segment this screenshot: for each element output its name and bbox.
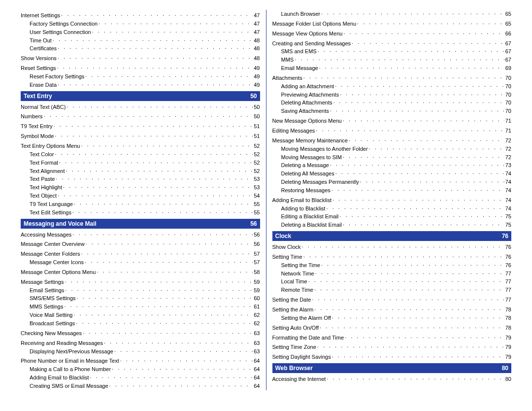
toc-entry[interactable]: Show Versions 48 — [21, 54, 260, 63]
toc-entry[interactable]: Message Center Icons 57 — [21, 258, 260, 267]
toc-page-number: 78 — [505, 324, 511, 332]
section-page: 76 — [502, 233, 508, 240]
toc-label: Broadcast Settings — [30, 320, 75, 327]
toc-entry[interactable]: Normal Text (ABC) 50 — [21, 103, 260, 111]
toc-leader-dots — [335, 81, 504, 89]
toc-label: Setting the Time — [281, 262, 321, 269]
toc-label: Setting the Date — [272, 296, 311, 304]
toc-page-number: 74 — [505, 170, 511, 177]
toc-entry[interactable]: Message Center Options Menu 58 — [21, 268, 260, 276]
section-header[interactable]: Web Browser80 — [272, 363, 512, 373]
toc-label: Text Alignment — [30, 168, 65, 175]
toc-leader-dots — [332, 185, 504, 193]
toc-page-number: 47 — [254, 29, 260, 36]
toc-entry[interactable]: Setting Daylight Savings 79 — [272, 353, 512, 361]
toc-entry[interactable]: Message View Options Menu 66 — [272, 30, 512, 38]
toc-label: Creating and Sending Messages — [272, 40, 351, 47]
toc-entry[interactable]: Erase Data 49 — [21, 81, 260, 89]
toc-entry[interactable]: Certificates 48 — [21, 44, 260, 53]
toc-page-number: 60 — [254, 295, 260, 302]
section-header[interactable]: Messaging and Voice Mail56 — [21, 219, 260, 229]
toc-page-number: 72 — [505, 154, 511, 161]
toc-label: Local Time — [281, 278, 307, 285]
toc-label: Reset Settings — [21, 65, 56, 72]
toc-entry[interactable]: Broadcast Settings 62 — [21, 319, 260, 328]
toc-entry[interactable]: Editing Messages 71 — [272, 127, 512, 135]
toc-page-number: 72 — [505, 137, 511, 144]
toc-leader-dots — [369, 144, 504, 151]
toc-entry[interactable]: Numbers 50 — [21, 112, 260, 121]
toc-label: Adding Email to Blacklist — [272, 197, 332, 204]
toc-entry[interactable]: Saving Attachments 70 — [272, 107, 512, 115]
toc-entry[interactable]: Deleting a Blacklist Email 75 — [272, 221, 512, 229]
toc-entry[interactable]: Creating SMS or Email Message 64 — [21, 382, 260, 390]
toc-page-number: 70 — [505, 107, 511, 115]
toc-entry[interactable]: Text Edit Settings 55 — [21, 208, 260, 217]
toc-page-number: 64 — [254, 374, 260, 381]
toc-entry[interactable]: Show Clock 76 — [272, 243, 512, 251]
section-header[interactable]: Text Entry50 — [21, 91, 260, 101]
toc-page-number: 77 — [505, 296, 511, 304]
toc-leader-dots — [317, 342, 504, 349]
toc-page-number: 70 — [505, 74, 511, 82]
toc-entry[interactable]: Setting the Alarm Off 78 — [272, 314, 512, 322]
toc-entry[interactable]: Displaying Next/Previous Message 63 — [21, 347, 260, 356]
toc-page-number: 48 — [254, 55, 260, 62]
toc-page-number: 67 — [505, 40, 511, 47]
toc-entry[interactable]: Email Message 69 — [272, 64, 512, 72]
toc-column-right: Launch Browser 65Message Folder List Opt… — [266, 10, 518, 390]
toc-entry[interactable]: Setting the Date 77 — [272, 296, 512, 304]
toc-leader-dots — [343, 152, 504, 160]
toc-page-number: 77 — [505, 270, 511, 277]
toc-leader-dots — [327, 374, 504, 381]
toc-page-number: 49 — [254, 65, 260, 72]
toc-entry[interactable]: Remote Time 77 — [272, 286, 512, 294]
toc-leader-dots — [76, 318, 253, 326]
toc-leader-dots — [61, 10, 253, 18]
toc-label: Factory Settings Connection — [30, 20, 98, 28]
toc-entry[interactable]: Setting Time Zone 79 — [272, 343, 512, 351]
toc-leader-dots — [56, 174, 253, 181]
section-header[interactable]: Clock76 — [272, 231, 512, 241]
toc-page-number: 52 — [254, 168, 260, 175]
toc-leader-dots — [58, 191, 253, 198]
toc-page-number: 51 — [254, 123, 260, 130]
toc-entry[interactable]: Accessing Messages 56 — [21, 231, 260, 239]
toc-entry[interactable]: Launch Browser 65 — [272, 10, 512, 18]
toc-entry[interactable]: New Message Options Menu 71 — [272, 117, 512, 125]
toc-label: T9 Text Entry — [21, 123, 53, 130]
toc-label: Text Entry Options Menu — [21, 142, 80, 150]
toc-label: Message Memory Maintenance — [272, 137, 348, 144]
toc-label: Certificates — [30, 45, 57, 52]
toc-page-number: 80 — [505, 376, 511, 383]
toc-label: Setting the Alarm — [272, 306, 314, 313]
toc-entry[interactable]: Restoring Messages 74 — [272, 186, 512, 195]
toc-entry[interactable]: Accessing the Internet 80 — [272, 375, 512, 383]
toc-entry[interactable]: Message Folder List Options Menu 65 — [272, 20, 512, 28]
toc-entry[interactable]: Formatting the Date and Time 79 — [272, 334, 512, 342]
toc-leader-dots — [352, 38, 504, 46]
toc-leader-dots — [58, 53, 253, 61]
toc-leader-dots — [332, 352, 504, 359]
toc-leader-dots — [330, 106, 504, 113]
toc-label: Setting Time — [272, 253, 302, 261]
toc-entry[interactable]: Setting Auto On/Off 78 — [272, 324, 512, 332]
toc-leader-dots — [112, 364, 253, 372]
toc-leader-dots — [340, 90, 504, 97]
toc-leader-dots — [316, 126, 504, 133]
toc-entry[interactable]: Message Center Overview 56 — [21, 240, 260, 248]
toc-leader-dots — [74, 199, 253, 206]
toc-entry[interactable]: Symbol Mode 51 — [21, 132, 260, 140]
toc-page-number: 59 — [254, 278, 260, 286]
toc-page-number: 49 — [254, 73, 260, 80]
toc-label: Accessing Messages — [21, 231, 71, 239]
toc-label: SMS/EMS Settings — [30, 295, 76, 302]
toc-page-number: 54 — [254, 192, 260, 200]
toc-entry[interactable]: Checking New Messages 63 — [21, 329, 260, 338]
toc-leader-dots — [81, 249, 253, 256]
toc-entry[interactable]: T9 Text Entry 51 — [21, 122, 260, 131]
toc-page-number: 70 — [505, 83, 511, 90]
toc-page-number: 76 — [505, 262, 511, 269]
toc-page-number: 53 — [254, 184, 260, 191]
toc-leader-dots — [343, 220, 504, 227]
